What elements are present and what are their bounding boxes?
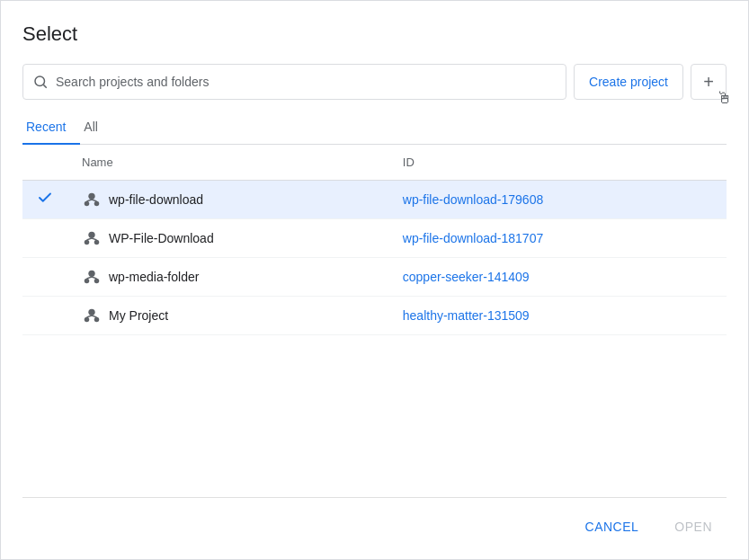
cancel-button[interactable]: CANCEL [571, 512, 654, 541]
tabs-row: Recent All [22, 111, 727, 145]
project-name: My Project [109, 308, 168, 323]
tab-all[interactable]: All [80, 111, 112, 145]
projects-table: Name ID wp-file-download wp-file-downloa… [22, 145, 727, 335]
search-row: Create project + 🖱 [22, 64, 727, 100]
checkmark-icon [37, 190, 53, 206]
svg-line-1 [43, 84, 46, 87]
svg-point-14 [94, 279, 100, 284]
check-cell [22, 258, 67, 297]
table-row[interactable]: My Project healthy-matter-131509 [22, 297, 727, 335]
name-cell: WP-File-Download [67, 219, 388, 258]
project-name: wp-file-download [109, 192, 203, 207]
id-cell: copper-seeker-141409 [388, 258, 727, 297]
dialog-footer: CANCEL OPEN [22, 497, 727, 559]
cursor-icon: 🖱 [717, 89, 733, 108]
svg-point-17 [88, 309, 94, 316]
svg-line-15 [87, 277, 93, 279]
project-icon [82, 190, 102, 209]
name-cell: wp-file-download [67, 181, 388, 219]
project-name: wp-media-folder [109, 270, 199, 284]
project-icon [82, 267, 102, 287]
id-cell: wp-file-download-179608 [388, 181, 727, 219]
svg-line-5 [87, 200, 93, 201]
id-cell: wp-file-download-181707 [388, 219, 727, 258]
add-project-icon-button[interactable]: + 🖱 [691, 64, 727, 100]
svg-point-3 [85, 201, 90, 207]
table-row[interactable]: wp-media-folder copper-seeker-141409 [22, 258, 727, 297]
svg-point-4 [94, 201, 100, 207]
search-container [22, 64, 566, 100]
dialog-title: Select [22, 22, 727, 46]
open-button[interactable]: OPEN [660, 512, 727, 541]
svg-point-2 [88, 193, 94, 200]
plus-icon: + [703, 72, 714, 93]
project-icon [82, 306, 102, 325]
search-icon [32, 74, 49, 90]
col-check [22, 145, 67, 181]
svg-point-12 [88, 271, 94, 277]
svg-point-0 [35, 76, 45, 86]
svg-line-6 [92, 200, 97, 201]
svg-line-20 [87, 316, 93, 317]
svg-point-13 [85, 279, 90, 284]
name-cell: wp-media-folder [67, 258, 388, 297]
svg-line-21 [92, 316, 97, 317]
svg-line-10 [87, 238, 93, 240]
tab-recent[interactable]: Recent [22, 111, 80, 145]
svg-point-8 [85, 240, 90, 245]
select-dialog: Select Create project + 🖱 Recent All [0, 0, 749, 560]
project-name: WP-File-Download [109, 231, 214, 245]
svg-line-16 [92, 277, 97, 279]
svg-point-18 [85, 317, 90, 323]
table-row[interactable]: WP-File-Download wp-file-download-181707 [22, 219, 727, 258]
svg-point-9 [94, 240, 100, 245]
project-icon [82, 228, 102, 248]
create-project-button[interactable]: Create project [574, 64, 683, 100]
name-cell: My Project [67, 297, 388, 335]
col-name: Name [67, 145, 388, 181]
table-header-row: Name ID [22, 145, 727, 181]
svg-line-11 [92, 238, 97, 240]
id-cell: healthy-matter-131509 [388, 297, 727, 335]
svg-point-19 [94, 317, 100, 323]
search-input[interactable] [56, 75, 557, 89]
check-cell [22, 219, 67, 258]
check-cell [22, 297, 67, 335]
col-id: ID [388, 145, 727, 181]
svg-point-7 [88, 232, 94, 238]
table-row[interactable]: wp-file-download wp-file-download-179608 [22, 181, 727, 219]
check-cell [22, 181, 67, 219]
table-container: Name ID wp-file-download wp-file-downloa… [22, 145, 727, 497]
